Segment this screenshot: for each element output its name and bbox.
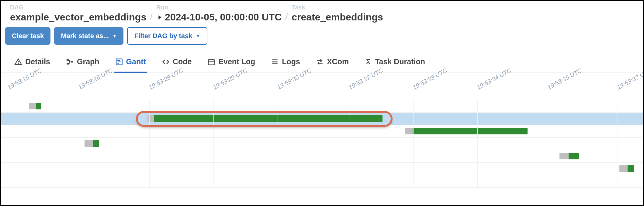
gantt-row[interactable] — [1, 150, 643, 163]
play-icon — [156, 14, 163, 21]
swap-icon — [316, 58, 324, 66]
graph-icon — [66, 58, 74, 66]
svg-rect-4 — [71, 61, 73, 62]
hourglass-icon — [365, 58, 372, 66]
gantt-gridline — [149, 100, 150, 188]
logs-icon — [271, 58, 279, 66]
breadcrumb-run-label: Run — [156, 4, 282, 11]
breadcrumb: DAG example_vector_embeddings / Run 2024… — [10, 4, 634, 23]
mark-state-button[interactable]: Mark state as... ▼ — [54, 27, 123, 45]
gantt-bar-running — [93, 140, 99, 147]
gantt-bar[interactable] — [559, 153, 579, 159]
gantt-bar-running — [628, 165, 634, 172]
gantt-bar-queued — [559, 153, 569, 159]
gantt-row[interactable] — [1, 163, 643, 175]
gantt-bar-running — [413, 128, 528, 134]
code-icon — [162, 58, 170, 66]
gantt-bar[interactable] — [85, 140, 99, 147]
gantt-bar[interactable] — [29, 103, 41, 109]
breadcrumb-separator: / — [285, 11, 288, 23]
breadcrumb-dag-label: DAG — [10, 4, 146, 11]
gantt-gridline — [8, 100, 8, 188]
gantt-bar-queued — [619, 165, 628, 172]
gantt-gridline — [477, 100, 478, 188]
svg-rect-2 — [67, 59, 69, 61]
tab-gantt[interactable]: Gantt — [114, 54, 147, 73]
caret-down-icon: ▼ — [196, 34, 200, 38]
gantt-bar[interactable] — [405, 128, 527, 134]
gantt-icon — [115, 58, 123, 66]
gantt-row[interactable] — [1, 138, 643, 150]
gantt-bar-queued — [85, 140, 93, 147]
tab-graph[interactable]: Graph — [65, 54, 101, 73]
gantt-row[interactable] — [1, 175, 643, 188]
gantt-time-axis: 19:53:25 UTC19:53:26 UTC19:53:28 UTC19:5… — [1, 73, 643, 100]
breadcrumb-task-label: Task — [292, 4, 383, 11]
gantt-bar-queued — [29, 103, 36, 109]
gantt-bar-queued — [405, 128, 412, 134]
gantt-gridline — [278, 100, 278, 188]
gantt-gridline — [413, 100, 414, 188]
gantt-bar-running — [154, 115, 383, 122]
filter-dag-button[interactable]: Filter DAG by task ▼ — [127, 27, 208, 45]
gantt-chart: 19:53:25 UTC19:53:26 UTC19:53:28 UTC19:5… — [1, 73, 643, 188]
gantt-gridline — [618, 100, 618, 188]
tab-task-duration[interactable]: Task Duration — [363, 54, 426, 73]
tabs: Details Graph Gantt Code Event Log Logs — [1, 50, 643, 73]
tab-logs[interactable]: Logs — [270, 54, 301, 73]
gantt-bar[interactable] — [147, 115, 383, 122]
breadcrumb-dag-value[interactable]: example_vector_embeddings — [10, 12, 146, 23]
caret-down-icon: ▼ — [113, 34, 117, 38]
gantt-bar-queued — [147, 115, 154, 122]
gantt-bar-running — [569, 153, 579, 159]
breadcrumb-task-value[interactable]: create_embeddings — [292, 12, 383, 23]
breadcrumb-run-value[interactable]: 2024-10-05, 00:00:00 UTC — [156, 12, 282, 23]
gantt-gridline — [79, 100, 79, 188]
gantt-gridline — [548, 100, 548, 188]
svg-point-1 — [18, 63, 18, 63]
tab-event-log[interactable]: Event Log — [206, 54, 256, 73]
gantt-row[interactable] — [1, 125, 643, 138]
gantt-rows — [1, 100, 643, 188]
gantt-gridline — [349, 100, 349, 188]
gantt-bar-running — [36, 103, 41, 109]
tab-details[interactable]: Details — [13, 54, 51, 73]
warning-icon — [14, 58, 22, 66]
gantt-gridline — [213, 100, 214, 188]
tab-xcom[interactable]: XCom — [315, 54, 350, 73]
gantt-row[interactable] — [1, 113, 643, 125]
svg-rect-3 — [67, 63, 69, 64]
calendar-icon — [207, 58, 215, 66]
clear-task-button[interactable]: Clear task — [5, 27, 50, 45]
gantt-row[interactable] — [1, 100, 643, 113]
gantt-bar[interactable] — [619, 165, 634, 172]
breadcrumb-separator: / — [150, 11, 153, 23]
svg-rect-9 — [209, 59, 215, 65]
